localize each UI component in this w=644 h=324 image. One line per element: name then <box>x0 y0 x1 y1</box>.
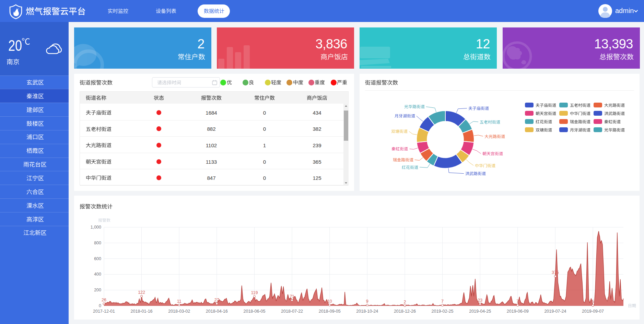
svg-text:11: 11 <box>177 299 182 304</box>
svg-text:2018-01-16: 2018-01-16 <box>131 309 153 314</box>
svg-text:2018-04-16: 2018-04-16 <box>206 309 228 314</box>
svg-text:23: 23 <box>478 298 482 303</box>
svg-text:9: 9 <box>366 299 368 304</box>
svg-text:2018-07-22: 2018-07-22 <box>281 309 303 314</box>
svg-text:7: 7 <box>516 299 519 304</box>
svg-text:119: 119 <box>251 290 258 295</box>
svg-text:800: 800 <box>94 241 101 245</box>
svg-text:2018-10-24: 2018-10-24 <box>356 309 378 314</box>
svg-text:2: 2 <box>403 300 406 304</box>
svg-text:2019-02-25: 2019-02-25 <box>432 309 454 314</box>
svg-text:200: 200 <box>94 288 101 292</box>
svg-text:2019-04-25: 2019-04-25 <box>469 309 491 314</box>
svg-text:7: 7 <box>441 299 444 304</box>
svg-text:2018-12-26: 2018-12-26 <box>394 309 416 314</box>
svg-text:122: 122 <box>138 290 145 295</box>
svg-text:27: 27 <box>214 298 219 302</box>
svg-text:2019-09-07: 2019-09-07 <box>582 309 604 314</box>
svg-text:2019-07-24: 2019-07-24 <box>544 309 566 314</box>
svg-text:5: 5 <box>592 299 594 304</box>
svg-text:400: 400 <box>94 272 101 277</box>
svg-text:1,000: 1,000 <box>91 225 101 230</box>
svg-text:71: 71 <box>290 294 294 299</box>
svg-text:2018-09-05: 2018-09-05 <box>319 309 341 314</box>
svg-text:2019-06-09: 2019-06-09 <box>507 309 529 314</box>
svg-text:26: 26 <box>102 298 106 302</box>
svg-text:0: 0 <box>99 303 101 308</box>
svg-text:600: 600 <box>94 256 101 261</box>
svg-text:375: 375 <box>552 270 559 275</box>
svg-text:2018-03-02: 2018-03-02 <box>168 309 190 314</box>
svg-text:2017-12-01: 2017-12-01 <box>93 309 115 314</box>
svg-text:2018-06-05: 2018-06-05 <box>244 309 266 314</box>
svg-text:10: 10 <box>327 299 332 304</box>
